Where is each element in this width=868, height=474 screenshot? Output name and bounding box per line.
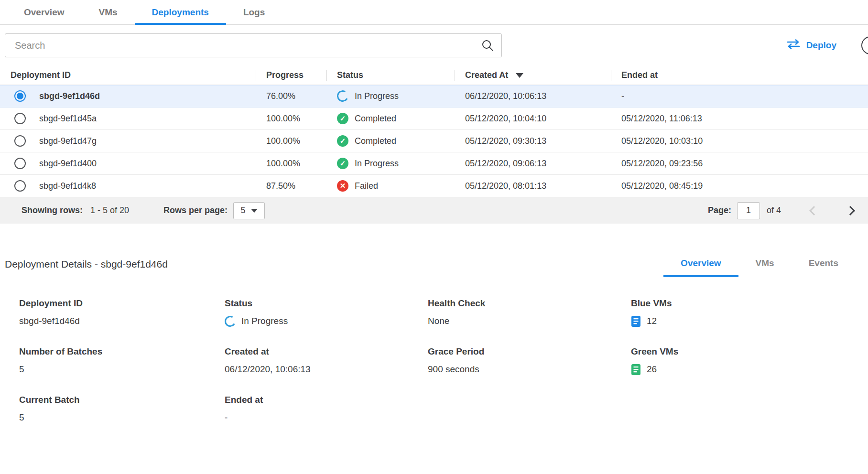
- field-value: None: [428, 315, 631, 327]
- deployment-id-text: sbgd-9ef1d46d: [39, 91, 100, 101]
- details-tab-bar: Overview VMs Events: [663, 258, 856, 277]
- deployments-table: Deployment ID Progress Status Created At…: [0, 66, 868, 224]
- page-label: Page:: [708, 205, 731, 215]
- deployment-details-section: Deployment Details - sbgd-9ef1d46d Overv…: [0, 258, 868, 424]
- field-blue-vms: Blue VMs 12: [631, 298, 868, 327]
- status-text: Completed: [355, 114, 396, 124]
- field-label: Ended at: [225, 395, 428, 405]
- field-value: 900 seconds: [428, 363, 631, 376]
- radio-button[interactable]: [14, 180, 26, 192]
- table-row[interactable]: sbgd-9ef1d45a 100.00% Completed 05/12/20…: [0, 108, 868, 130]
- tab-logs[interactable]: Logs: [226, 0, 282, 25]
- rows-per-page-select[interactable]: 5: [233, 202, 265, 219]
- chevron-down-icon: [251, 209, 258, 213]
- cell-ended-at: 05/12/2020, 11:06:13: [611, 114, 868, 124]
- tab-vms[interactable]: VMs: [82, 0, 135, 25]
- showing-rows-value: 1 - 5 of 20: [90, 205, 129, 215]
- in-progress-spinner-icon: [223, 314, 237, 328]
- field-value: 5: [19, 363, 225, 376]
- page-total-label: of 4: [767, 205, 781, 215]
- field-label: Blue VMs: [631, 298, 868, 309]
- deployment-id-text: sbgd-9ef1d4k8: [39, 181, 96, 191]
- sort-desc-icon: [516, 73, 523, 78]
- cell-deployment-id: sbgd-9ef1d400: [0, 158, 256, 169]
- cell-deployment-id: sbgd-9ef1d46d: [0, 90, 256, 102]
- completed-check-icon: [337, 158, 348, 169]
- status-text: In Progress: [355, 91, 399, 101]
- field-current-batch: Current Batch 5: [19, 395, 225, 424]
- column-header-status: Status: [326, 70, 455, 80]
- table-header: Deployment ID Progress Status Created At…: [0, 66, 868, 85]
- cell-created-at: 05/12/2020, 09:06:13: [455, 159, 611, 169]
- cell-progress: 100.00%: [256, 136, 326, 146]
- blue-vm-icon: [631, 315, 641, 327]
- tab-overview[interactable]: Overview: [7, 0, 82, 25]
- field-value: 12: [631, 315, 868, 327]
- top-tab-bar: Overview VMs Deployments Logs: [0, 0, 868, 25]
- failed-x-icon: [337, 180, 348, 192]
- radio-button[interactable]: [14, 113, 26, 124]
- field-green-vms: Green VMs 26: [631, 346, 868, 376]
- deploy-button-label: Deploy: [806, 40, 836, 51]
- field-created-at: Created at 06/12/2020, 10:06:13: [225, 346, 428, 376]
- details-tab-vms[interactable]: VMs: [738, 258, 792, 277]
- status-text: Failed: [355, 181, 378, 191]
- partial-circle-icon[interactable]: [861, 36, 868, 54]
- completed-check-icon: [337, 135, 348, 147]
- cell-progress: 87.50%: [256, 181, 326, 191]
- table-row[interactable]: sbgd-9ef1d400 100.00% In Progress 05/12/…: [0, 152, 868, 175]
- deployment-id-text: sbgd-9ef1d400: [39, 159, 97, 169]
- field-deployment-id: Deployment ID sbgd-9ef1d46d: [19, 298, 225, 327]
- field-ended-at: Ended at -: [225, 395, 428, 424]
- table-row[interactable]: sbgd-9ef1d47g 100.00% Completed 05/12/20…: [0, 130, 868, 152]
- details-tab-overview[interactable]: Overview: [663, 258, 738, 277]
- cell-progress: 100.00%: [256, 114, 326, 124]
- column-header-progress: Progress: [256, 70, 326, 80]
- status-text: In Progress: [355, 159, 399, 169]
- table-row[interactable]: sbgd-9ef1d4k8 87.50% Failed 05/12/2020, …: [0, 175, 868, 197]
- completed-check-icon: [337, 113, 348, 124]
- field-label: Green VMs: [631, 346, 868, 357]
- rows-per-page-label: Rows per page:: [163, 205, 228, 215]
- table-row[interactable]: sbgd-9ef1d46d 76.00% In Progress 06/12/2…: [0, 85, 868, 108]
- table-footer: Showing rows: 1 - 5 of 20 Rows per page:…: [0, 197, 868, 224]
- field-value: 5: [19, 411, 225, 424]
- column-header-created-at[interactable]: Created At: [455, 70, 611, 80]
- green-vm-count: 26: [647, 364, 657, 375]
- cell-ended-at: 05/12/2020, 08:45:19: [611, 181, 868, 191]
- cell-status: Failed: [326, 180, 455, 192]
- search-input[interactable]: [5, 33, 502, 57]
- page-number-input[interactable]: 1: [737, 202, 760, 219]
- cell-progress: 76.00%: [256, 91, 326, 101]
- status-text: In Progress: [241, 316, 288, 326]
- field-label: Deployment ID: [19, 298, 225, 309]
- details-header: Deployment Details - sbgd-9ef1d46d Overv…: [0, 258, 868, 277]
- cell-deployment-id: sbgd-9ef1d47g: [0, 135, 256, 147]
- field-label: Grace Period: [428, 346, 631, 357]
- field-value: sbgd-9ef1d46d: [19, 315, 225, 327]
- field-label: Number of Batches: [19, 346, 225, 357]
- previous-page-icon[interactable]: [809, 206, 819, 215]
- cell-deployment-id: sbgd-9ef1d4k8: [0, 180, 256, 192]
- cell-ended-at: -: [611, 91, 868, 101]
- deploy-arrows-icon: [786, 39, 801, 52]
- field-grace-period: Grace Period 900 seconds: [428, 346, 631, 376]
- page-number-value: 1: [746, 205, 751, 215]
- details-title: Deployment Details - sbgd-9ef1d46d: [5, 259, 168, 277]
- radio-button[interactable]: [14, 135, 26, 147]
- cell-created-at: 06/12/2020, 10:06:13: [455, 91, 611, 101]
- field-number-of-batches: Number of Batches 5: [19, 346, 225, 376]
- deploy-button[interactable]: Deploy: [786, 39, 836, 52]
- field-health-check: Health Check None: [428, 298, 631, 327]
- field-label: Health Check: [428, 298, 631, 309]
- showing-rows-label: Showing rows:: [22, 205, 83, 215]
- next-page-icon[interactable]: [846, 206, 855, 215]
- radio-button[interactable]: [14, 90, 26, 102]
- details-tab-events[interactable]: Events: [792, 258, 856, 277]
- toolbar: Deploy: [0, 25, 868, 64]
- search-icon[interactable]: [481, 39, 494, 52]
- cell-created-at: 05/12/2020, 10:04:10: [455, 114, 611, 124]
- tab-deployments[interactable]: Deployments: [135, 0, 226, 25]
- column-header-ended-at: Ended at: [611, 70, 868, 80]
- radio-button[interactable]: [14, 158, 26, 169]
